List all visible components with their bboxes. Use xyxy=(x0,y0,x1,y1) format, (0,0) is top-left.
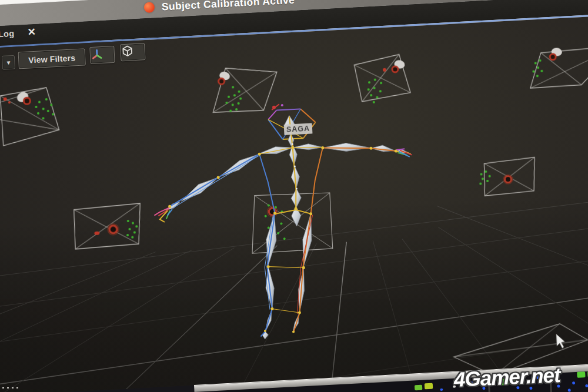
tab-log[interactable]: Log xyxy=(0,29,15,39)
camera-body-icon xyxy=(549,46,563,60)
green-led xyxy=(415,385,422,391)
blue-led xyxy=(585,384,588,387)
photographed-monitor: Subject Calibration Active Log ✕ xyxy=(0,0,588,392)
3d-viewport[interactable]: ▼ View Filters SAGA xyxy=(0,14,588,392)
camera-body-icon xyxy=(15,90,31,105)
dropdown-caret-button[interactable]: ▼ xyxy=(2,55,15,70)
camera-frustum-mid-right xyxy=(478,158,536,196)
close-icon[interactable]: ✕ xyxy=(27,26,36,39)
cube-gizmo-button[interactable] xyxy=(120,43,145,61)
scene-canvas xyxy=(0,14,588,392)
subject-label: SAGA xyxy=(284,123,313,135)
camera-lens-icon xyxy=(503,175,513,185)
axis-gizmo-icon xyxy=(90,47,103,61)
camera-frustum-top-center-right xyxy=(354,54,411,105)
marker-dots xyxy=(35,98,55,120)
blue-led xyxy=(568,388,571,391)
recording-status-icon xyxy=(143,2,155,13)
bezel-indicator-dots xyxy=(2,387,18,388)
watermark: 4Gamer.net xyxy=(453,363,560,391)
blue-led xyxy=(572,381,575,384)
app-window: Subject Calibration Active Log ✕ xyxy=(0,0,588,392)
green-led xyxy=(577,371,586,378)
camera-frustum-top-center-left xyxy=(211,65,279,113)
blue-led xyxy=(440,388,443,391)
marker-dots xyxy=(532,59,543,78)
marker-dots xyxy=(367,78,383,103)
marker-dots xyxy=(479,170,491,185)
yellow-led xyxy=(425,383,433,390)
camera-frustum-left xyxy=(0,87,60,148)
camera-lens-icon xyxy=(108,223,119,235)
axis-gizmo-button[interactable] xyxy=(89,46,115,64)
view-filters-button[interactable]: View Filters xyxy=(18,48,86,69)
caret-down-icon: ▼ xyxy=(5,59,11,66)
view-filters-label: View Filters xyxy=(28,53,76,65)
cube-gizmo-icon xyxy=(121,44,134,58)
camera-frustum-top-right xyxy=(528,44,588,88)
marker-dots xyxy=(225,86,242,112)
